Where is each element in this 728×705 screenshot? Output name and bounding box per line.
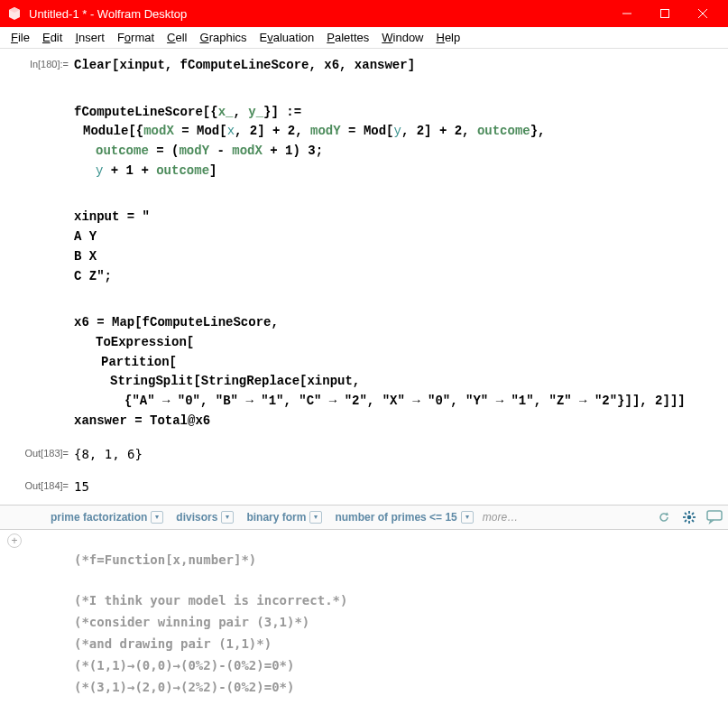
input-cell[interactable]: In[180]:= Clear[xinput, fComputeLineScor… (0, 56, 728, 440)
code-text: , (233, 105, 248, 119)
code-text: A Y (74, 229, 97, 244)
comment-line: (*and drawing pair (1,1)*) (74, 634, 728, 655)
menu-format[interactable]: Format (112, 29, 160, 46)
pattern-var: x_ (218, 105, 234, 119)
code-text: = Mod[ (174, 124, 227, 138)
titlebar: Untitled-1 * - Wolfram Desktop (0, 0, 728, 27)
minimize-button[interactable] (609, 0, 645, 27)
titlebar-left: Untitled-1 * - Wolfram Desktop (7, 6, 187, 21)
code-text: x6 = Map[fComputeLineScore, (74, 315, 279, 329)
sugg-label: prime factorization (51, 511, 147, 524)
add-cell-button[interactable]: + (7, 533, 22, 548)
svg-line-12 (692, 520, 694, 522)
menu-graphics[interactable]: Graphics (195, 29, 253, 46)
output-value: {8, 1, 6} (74, 445, 728, 465)
output-value: 15 (74, 478, 728, 497)
menu-edit[interactable]: Edit (37, 29, 68, 46)
code-text: xanswer = Total@x6 (74, 413, 210, 428)
sugg-label: divisors (176, 511, 217, 524)
code-text: Module[{ (83, 124, 143, 138)
sugg-number-of-primes[interactable]: number of primes <= 15 ▾ (331, 509, 476, 525)
window-title: Untitled-1 * - Wolfram Desktop (29, 7, 187, 21)
code-text: ] (209, 163, 217, 178)
output-cell: Out[183]= {8, 1, 6} (0, 445, 728, 465)
in-label: In[180]:= (0, 56, 74, 72)
code-text: StringSplit[StringReplace[xinput, (110, 374, 360, 388)
refresh-icon[interactable] (654, 507, 674, 527)
local-var: outcome (477, 124, 530, 138)
svg-line-13 (685, 520, 687, 522)
chevron-down-icon[interactable]: ▾ (151, 511, 163, 524)
out-label: Out[183]= (0, 445, 74, 461)
pattern-var: y_ (248, 105, 263, 119)
code-text: , 2] + 2, (401, 124, 477, 138)
menu-cell[interactable]: Cell (161, 29, 192, 46)
sugg-binary-form[interactable]: binary form ▾ (243, 509, 326, 525)
comment-line: (*(1,1)→(0,0)→(0%2)-(0%2)=0*) (74, 655, 728, 677)
code-text: Partition[ (101, 355, 177, 369)
local-var: modX (143, 124, 174, 138)
menu-insert[interactable]: Insert (69, 29, 110, 46)
gear-icon[interactable] (679, 507, 699, 527)
svg-rect-3 (661, 10, 669, 18)
out-label: Out[184]= (0, 478, 74, 494)
menu-evaluation[interactable]: Evaluation (254, 29, 320, 46)
code-text: xinput = " (74, 209, 150, 224)
sugg-divisors[interactable]: divisors ▾ (172, 509, 237, 525)
suggestions-bar: prime factorization ▾ divisors ▾ binary … (0, 505, 728, 530)
code-text: Clear[xinput, fComputeLineScore, x6, xan… (74, 58, 415, 72)
code-text: }, (530, 124, 546, 138)
code-text: - (209, 144, 232, 158)
output-cell: Out[184]= 15 (0, 478, 728, 497)
code-text: B X (74, 249, 97, 264)
maximize-button[interactable] (647, 0, 683, 27)
chevron-down-icon[interactable]: ▾ (221, 511, 234, 524)
close-button[interactable] (685, 0, 721, 27)
sym: y (393, 124, 401, 138)
notebook-area[interactable]: In[180]:= Clear[xinput, fComputeLineScor… (0, 49, 728, 497)
code-text: = ( (149, 144, 180, 158)
chat-icon[interactable] (705, 507, 724, 527)
chevron-down-icon[interactable]: ▾ (309, 511, 322, 524)
menu-window[interactable]: Window (376, 29, 429, 46)
menu-file[interactable]: File (5, 29, 35, 46)
code-text: + 1) 3; (263, 144, 323, 158)
code-text: fComputeLineScore[{ (74, 105, 218, 119)
menu-palettes[interactable]: Palettes (321, 29, 374, 46)
svg-line-11 (685, 513, 687, 515)
svg-line-14 (692, 513, 694, 515)
local-var: outcome (96, 144, 149, 158)
comment-line: (*I think your model is incorrect.*) (74, 590, 728, 612)
input-body[interactable]: Clear[xinput, fComputeLineScore, x6, xan… (74, 56, 728, 440)
svg-point-6 (687, 515, 692, 519)
sym: x (227, 124, 235, 138)
local-var: outcome (156, 163, 209, 178)
sugg-label: number of primes <= 15 (335, 511, 456, 524)
sugg-more[interactable]: more… (483, 511, 518, 524)
chevron-down-icon[interactable]: ▾ (461, 511, 474, 524)
sugg-prime-factorization[interactable]: prime factorization ▾ (47, 509, 167, 525)
local-var: modX (232, 144, 263, 158)
menu-help[interactable]: Help (431, 29, 466, 46)
window-controls (609, 0, 721, 27)
comment-line: (*f=Function[x,number]*) (74, 550, 728, 571)
svg-rect-15 (707, 511, 722, 520)
code-text: {"A" → "0", "B" → "1", "C" → "2", "X" → … (124, 394, 686, 408)
comment-cell[interactable]: (*f=Function[x,number]*) (*I think your … (0, 550, 728, 699)
app-icon (7, 6, 22, 21)
menubar: File Edit Insert Format Cell Graphics Ev… (0, 27, 728, 49)
local-var: modY (179, 144, 209, 158)
code-text: + 1 + (103, 163, 156, 178)
code-text: C Z"; (74, 269, 112, 283)
sugg-label: binary form (246, 511, 306, 524)
local-var: modY (310, 124, 341, 138)
code-text: ToExpression[ (96, 335, 194, 349)
code-text: }] := (263, 105, 301, 119)
code-text: , 2] + 2, (235, 124, 310, 138)
comment-line: (*consider winning pair (3,1)*) (74, 612, 728, 634)
code-text: = Mod[ (341, 124, 394, 138)
comment-line: (*(3,1)→(2,0)→(2%2)-(0%2)=0*) (74, 677, 728, 699)
